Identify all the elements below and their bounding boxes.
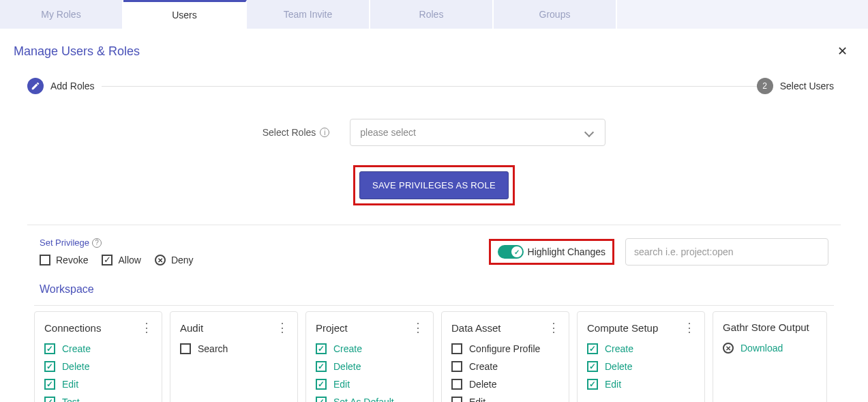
chevron-down-icon [584, 128, 594, 137]
select-roles-placeholder: please select [360, 127, 416, 138]
tab-my-roles[interactable]: My Roles [0, 0, 123, 29]
stepper: Add Roles 2 Select Users [0, 59, 868, 100]
legend-allow[interactable]: Allow [102, 255, 140, 265]
select-roles-label: Select Roles i [263, 127, 330, 138]
privilege-search-input[interactable] [625, 238, 828, 265]
highlight-changes-toggle[interactable]: ✓ [498, 245, 524, 259]
priv-dataasset-configure[interactable]: ✓Configure Profile [451, 343, 559, 354]
kebab-icon[interactable]: ⋮ [140, 321, 152, 334]
card-gathr-store: Gathr Store Output ✕Download [713, 311, 827, 402]
card-compute-setup: Compute Setup ⋮ ✓Create ✓Delete ✓Edit [577, 311, 705, 402]
revoke-icon [40, 255, 50, 265]
card-title: Project [316, 322, 348, 334]
privilege-legend: Revoke Allow Deny [40, 255, 194, 265]
tab-roles[interactable]: Roles [370, 0, 494, 29]
priv-compute-edit[interactable]: ✓Edit [587, 379, 695, 390]
tab-groups[interactable]: Groups [494, 0, 617, 29]
kebab-icon[interactable]: ⋮ [412, 321, 423, 334]
pencil-icon [31, 81, 40, 91]
info-icon[interactable]: i [320, 128, 329, 137]
priv-project-delete[interactable]: ✓Delete [316, 361, 423, 372]
page-title: Manage Users & Roles [14, 44, 140, 59]
save-privileges-button[interactable]: SAVE PRIVILEGES AS ROLE [359, 171, 509, 199]
priv-audit-search[interactable]: ✓Search [180, 343, 288, 354]
kebab-icon[interactable]: ⋮ [548, 321, 559, 334]
priv-dataasset-delete[interactable]: ✓Delete [451, 379, 559, 390]
priv-project-set-default[interactable]: ✓Set As Default [316, 397, 423, 402]
set-privilege-label: Set Privilege ? [40, 238, 194, 248]
priv-compute-create[interactable]: ✓Create [587, 343, 695, 354]
allow-icon [102, 255, 113, 265]
step1-label: Add Roles [50, 81, 95, 91]
kebab-icon[interactable]: ⋮ [276, 321, 288, 334]
deny-icon [155, 255, 166, 265]
legend-deny[interactable]: Deny [155, 255, 194, 265]
card-title: Connections [44, 322, 101, 334]
card-data-asset: Data Asset ⋮ ✓Configure Profile ✓Create … [441, 311, 569, 402]
tabs-row: My Roles Users Team Invite Roles Groups [0, 0, 868, 29]
tab-team-invite[interactable]: Team Invite [247, 0, 370, 29]
help-icon[interactable]: ? [92, 238, 102, 248]
priv-dataasset-edit[interactable]: ✓Edit [451, 397, 559, 402]
kebab-icon[interactable]: ⋮ [683, 321, 695, 334]
card-title: Gathr Store Output [723, 321, 809, 333]
card-title: Data Asset [451, 322, 501, 334]
highlight-changes-highlight-box: ✓ Highlight Changes [489, 239, 614, 265]
save-button-highlight-box: SAVE PRIVILEGES AS ROLE [353, 165, 515, 205]
priv-connections-test[interactable]: ✓Test [44, 397, 152, 402]
priv-connections-edit[interactable]: ✓Edit [44, 379, 152, 390]
highlight-changes-label: Highlight Changes [528, 246, 605, 257]
card-project: Project ⋮ ✓Create ✓Delete ✓Edit ✓Set As … [305, 311, 434, 402]
card-title: Compute Setup [587, 322, 658, 334]
card-audit: Audit ⋮ ✓Search [170, 311, 298, 402]
step-connector [102, 86, 757, 87]
priv-gathr-download[interactable]: ✕Download [723, 343, 817, 354]
step1-badge [27, 78, 44, 94]
workspace-heading: Workspace [0, 265, 868, 300]
priv-compute-delete[interactable]: ✓Delete [587, 361, 695, 372]
card-connections: Connections ⋮ ✓Create ✓Delete ✓Edit ✓Tes… [34, 311, 162, 402]
card-title: Audit [180, 322, 203, 334]
tab-users[interactable]: Users [123, 0, 247, 29]
cards-strip: Connections ⋮ ✓Create ✓Delete ✓Edit ✓Tes… [34, 305, 834, 402]
close-icon[interactable]: ✕ [837, 44, 848, 59]
toggle-knob-check-icon: ✓ [511, 246, 522, 257]
priv-project-edit[interactable]: ✓Edit [316, 379, 423, 390]
step2-label: Select Users [780, 81, 834, 91]
select-roles-dropdown[interactable]: please select [350, 119, 605, 146]
step2-badge: 2 [757, 78, 773, 94]
priv-connections-create[interactable]: ✓Create [44, 343, 152, 354]
priv-dataasset-create[interactable]: ✓Create [451, 361, 559, 372]
legend-revoke[interactable]: Revoke [40, 255, 88, 265]
priv-project-create[interactable]: ✓Create [316, 343, 423, 354]
priv-connections-delete[interactable]: ✓Delete [44, 361, 152, 372]
